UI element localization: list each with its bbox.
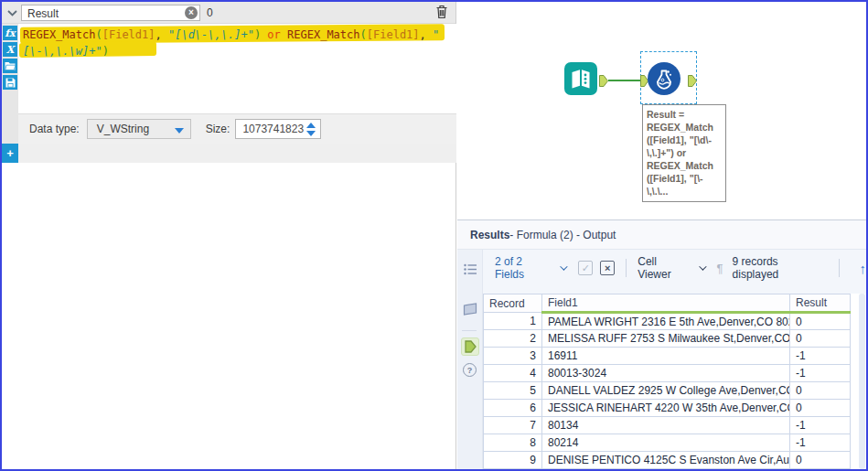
annotation-line: ([Field1], "[\- (647, 172, 722, 185)
text-input-tool-icon[interactable] (564, 62, 597, 95)
tool-annotation[interactable]: Result =REGEX_Match([Field1], "[\d\-\,\.… (642, 104, 726, 202)
output-anchor-icon[interactable] (461, 337, 479, 356)
scroll-up-icon[interactable]: ↑ (860, 261, 867, 276)
expression-toolbar: Result × 0 (2, 2, 455, 24)
results-icon-strip: ? (457, 250, 483, 469)
workflow-canvas[interactable]: Result =REGEX_Match([Field1], "[\d\-\,\.… (457, 2, 866, 219)
cell-field1[interactable]: DANELL VALDEZ 2925 W College Ave,Denver,… (542, 382, 790, 400)
cell-record[interactable]: 5 (484, 382, 542, 400)
cell-record[interactable]: 7 (484, 417, 542, 434)
select-all-icon[interactable]: ✓ (578, 261, 593, 275)
save-icon[interactable] (3, 75, 17, 90)
cell-record[interactable]: 9 (484, 452, 542, 469)
data-type-label: Data type: (29, 123, 80, 135)
cell-viewer-button[interactable]: Cell Viewer (638, 255, 703, 281)
formula-output-anchor[interactable] (688, 74, 697, 91)
dropdown-arrow-icon (175, 128, 184, 134)
cell-result[interactable]: -1 (790, 348, 851, 365)
functions-icon[interactable]: fx (3, 26, 17, 40)
table-row[interactable]: 880214-1 (484, 434, 851, 452)
cell-field1[interactable]: PAMELA WRIGHT 2316 E 5th Ave,Denver,CO 8… (542, 313, 790, 330)
cell-field1[interactable]: 80134 (542, 417, 790, 434)
table-row[interactable]: 5DANELL VALDEZ 2925 W College Ave,Denver… (484, 382, 851, 400)
help-icon[interactable]: ? (463, 363, 477, 377)
variables-icon[interactable]: X (3, 42, 17, 57)
cell-result[interactable]: -1 (790, 365, 851, 382)
expression-line: REGEX_Match([Field1], "[\d\-\,\.]+") or … (23, 27, 456, 43)
cell-result[interactable]: -1 (790, 434, 851, 452)
table-row[interactable]: 780134-1 (484, 417, 851, 434)
cell-record[interactable]: 8 (484, 434, 542, 452)
expression-sidebar: fx X + (2, 24, 18, 163)
connection-line[interactable] (608, 80, 644, 81)
output-column-input[interactable]: Result (21, 5, 200, 21)
cell-result[interactable]: 0 (790, 452, 851, 469)
cell-record[interactable]: 6 (484, 400, 542, 417)
add-expression-button[interactable]: + (2, 144, 18, 163)
table-row[interactable]: 9DENISE PENTICO 4125C S Evanston Ave Cir… (484, 452, 851, 469)
data-type-value: V_WString (97, 123, 149, 135)
table-row[interactable]: 2MELISSA RUFF 2753 S Milwaukee St,Denver… (484, 330, 851, 348)
cell-field1[interactable]: 16911 (542, 348, 790, 365)
trash-icon[interactable] (435, 5, 450, 21)
data-type-select[interactable]: V_WString (87, 119, 191, 139)
annotation-line: \,\.\... (647, 185, 722, 198)
results-panel: Results - Formula (2) - Output ? 2 of 2 … (457, 219, 866, 469)
deselect-all-icon[interactable]: × (600, 261, 615, 275)
cell-field1[interactable]: DENISE PENTICO 4125C S Evanston Ave Cir,… (542, 452, 790, 469)
annotation-line: ([Field1], "[\d\- (647, 134, 722, 146)
fields-selector-button[interactable]: 2 of 2 Fields (495, 255, 565, 281)
fields-selector-label: 2 of 2 Fields (495, 255, 554, 281)
expression-editor[interactable]: REGEX_Match([Field1], "[\d\-\,\.]+") or … (18, 24, 456, 113)
data-type-row: Data type: V_WString Size: 1073741823 (18, 113, 456, 144)
config-list-icon[interactable] (462, 261, 478, 277)
open-folder-icon[interactable] (3, 59, 17, 73)
table-row[interactable]: 1PAMELA WRIGHT 2316 E 5th Ave,Denver,CO … (484, 313, 851, 330)
results-table-area: Record Field1 Result 1PAMELA WRIGHT 2316… (483, 294, 866, 469)
formula-tool-icon[interactable] (648, 62, 680, 95)
cell-result[interactable]: 0 (790, 382, 851, 400)
cell-result[interactable]: -1 (790, 417, 851, 434)
table-row[interactable]: 6JESSICA RINEHART 4220 W 35th Ave,Denver… (484, 400, 851, 417)
column-preview-value: 0 (207, 6, 213, 19)
col-header-result[interactable]: Result (790, 294, 851, 313)
vertical-scrollbar[interactable] (859, 294, 865, 469)
table-row[interactable]: 480013-3024-1 (484, 365, 851, 382)
cell-record[interactable]: 3 (484, 348, 542, 365)
results-title: Results (470, 229, 509, 241)
clear-icon[interactable]: × (185, 6, 198, 19)
table-header-row: Record Field1 Result (484, 294, 851, 313)
metadata-view-icon[interactable] (462, 301, 478, 317)
text-input-output-anchor[interactable] (599, 74, 608, 91)
table-row[interactable]: 316911-1 (484, 348, 851, 365)
spinner-up-icon[interactable] (306, 123, 316, 128)
size-input[interactable]: 1073741823 (235, 119, 321, 139)
cell-record[interactable]: 1 (484, 313, 542, 330)
cell-record[interactable]: 4 (484, 365, 542, 382)
cell-viewer-label: Cell Viewer (638, 255, 692, 281)
results-subtitle: - Formula (2) - Output (509, 229, 616, 241)
cell-field1[interactable]: 80214 (542, 434, 790, 452)
alteryx-designer-window: Result × 0 fx X + REGEX_Match([Field1], … (0, 0, 868, 471)
annotation-line: REGEX_Match (647, 159, 722, 172)
col-header-field1[interactable]: Field1 (542, 294, 790, 313)
chevron-down-icon (699, 262, 706, 270)
tool-annotation-text: Result =REGEX_Match([Field1], "[\d\-\,\.… (647, 108, 722, 198)
cell-result[interactable]: 0 (790, 330, 851, 348)
cell-result[interactable]: 0 (790, 400, 851, 417)
size-spinner[interactable] (303, 121, 319, 137)
divider (626, 259, 627, 277)
cell-result[interactable]: 0 (790, 313, 851, 330)
cell-field1[interactable]: 80013-3024 (542, 365, 790, 382)
cell-field1[interactable]: MELISSA RUFF 2753 S Milwaukee St,Denver,… (542, 330, 790, 348)
size-value: 1073741823 (236, 123, 304, 135)
col-header-record[interactable]: Record (484, 294, 542, 313)
spinner-down-icon[interactable] (306, 131, 316, 136)
annotation-line: \,\.]+") or (647, 146, 722, 159)
chevron-down-icon[interactable] (5, 5, 19, 20)
cell-field1[interactable]: JESSICA RINEHART 4220 W 35th Ave,Denver,… (542, 400, 790, 417)
cell-record[interactable]: 2 (484, 330, 542, 348)
divider (462, 330, 477, 331)
results-header: Results - Formula (2) - Output (457, 220, 866, 250)
pilcrow-icon[interactable]: ¶ (717, 262, 723, 275)
